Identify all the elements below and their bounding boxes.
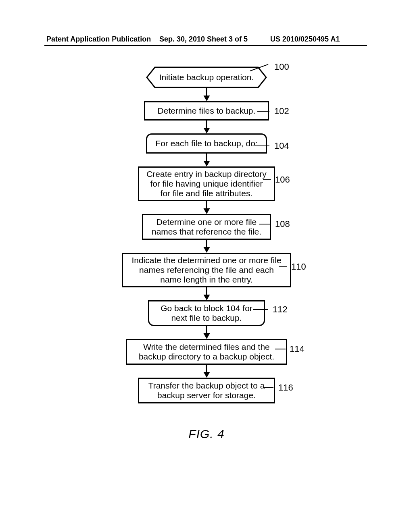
arrow-102-104 (206, 121, 207, 133)
arrow-110-112 (206, 287, 207, 299)
step-110-text: Indicate the determined one or more file… (129, 256, 284, 285)
step-104-text: For each file to backup, do: (155, 139, 257, 148)
header-left: Patent Application Publication (46, 35, 151, 44)
header-center: Sep. 30, 2010 Sheet 3 of 5 (159, 35, 248, 44)
step-104: For each file to backup, do: (146, 133, 267, 154)
step-112-text: Go back to block 104 for next file to ba… (155, 303, 258, 323)
step-106-text: Create entry in backup directory for fil… (145, 169, 268, 198)
lead-line-106 (263, 179, 271, 180)
lead-line-104 (255, 145, 269, 146)
ref-104: 104 (274, 141, 289, 151)
lead-line-102 (257, 111, 269, 112)
step-102: Determine files to backup. (144, 101, 269, 121)
step-106: Create entry in backup directory for fil… (138, 166, 275, 201)
step-108-text: Determine one or more file names that re… (149, 217, 264, 237)
figure-label: FIG. 4 (0, 427, 413, 441)
lead-line-116 (263, 387, 273, 388)
step-108: Determine one or more file names that re… (142, 214, 271, 240)
ref-112: 112 (273, 304, 288, 315)
lead-line-112 (253, 309, 268, 310)
ref-108: 108 (275, 219, 290, 229)
page: Patent Application Publication Sep. 30, … (0, 0, 413, 532)
header-right: US 2010/0250495 A1 (270, 35, 340, 44)
arrow-106-108 (206, 201, 207, 213)
ref-106: 106 (275, 175, 290, 185)
step-112: Go back to block 104 for next file to ba… (148, 300, 265, 326)
lead-line-114 (275, 349, 286, 349)
arrow-100-102 (206, 88, 207, 100)
header-rule (44, 45, 367, 46)
step-102-text: Determine files to backup. (158, 106, 256, 116)
arrow-104-106 (206, 154, 207, 166)
arrow-108-110 (206, 240, 207, 252)
ref-114: 114 (290, 344, 305, 354)
lead-line-110 (279, 266, 287, 267)
step-100: Initiate backup operation. (146, 66, 267, 88)
step-100-text: Initiate backup operation. (159, 73, 254, 82)
ref-110: 110 (291, 262, 306, 272)
ref-100: 100 (274, 62, 289, 72)
step-114: Write the determined files and the backu… (126, 339, 287, 365)
ref-102: 102 (274, 106, 289, 116)
arrow-114-116 (206, 365, 207, 377)
step-110: Indicate the determined one or more file… (122, 253, 291, 287)
lead-line-108 (259, 224, 271, 224)
step-116-text: Transfer the backup object to a backup s… (145, 381, 268, 400)
step-116: Transfer the backup object to a backup s… (138, 378, 275, 403)
ref-116: 116 (278, 382, 293, 393)
arrow-112-114 (206, 326, 207, 338)
step-114-text: Write the determined files and the backu… (133, 342, 280, 362)
